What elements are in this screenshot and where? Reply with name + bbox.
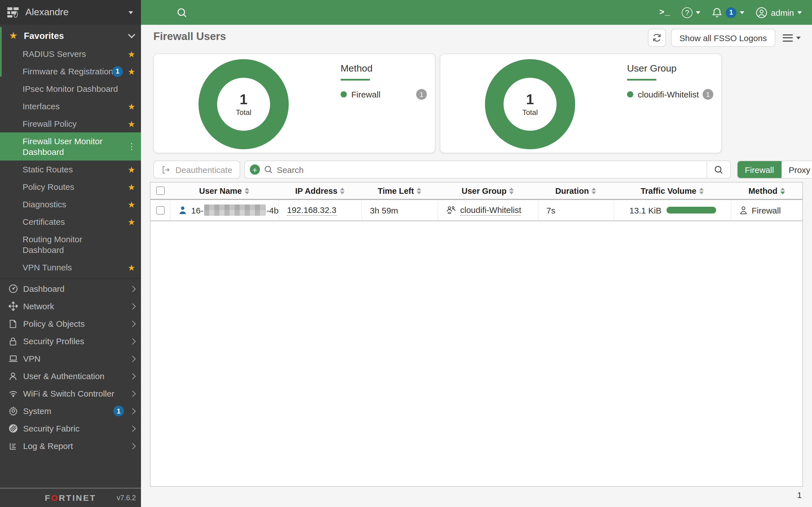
item-label: Firmware & Registration: [22, 66, 113, 76]
method-user-icon: [739, 206, 748, 215]
column-header-time-left[interactable]: Time Left: [361, 186, 438, 195]
user-group-link[interactable]: cloudifi-Whitelist: [460, 205, 521, 216]
sidebar-item-firewall-policy[interactable]: Firewall Policy ★: [0, 115, 141, 132]
chevron-down-icon: [696, 11, 700, 14]
legend-dot: [627, 91, 633, 98]
user-group-icon: [446, 206, 456, 215]
column-header-duration[interactable]: Duration: [538, 186, 613, 195]
cli-console-icon[interactable]: >_: [659, 8, 670, 17]
sidebar-item-log-report[interactable]: Log & Report: [0, 437, 141, 455]
view-options-menu[interactable]: [783, 34, 801, 41]
legend-item-cloudifi-whitelist[interactable]: cloudifi-Whitelist 1: [627, 89, 713, 100]
tab-proxy[interactable]: Proxy: [781, 161, 812, 178]
sidebar-item-vpn[interactable]: VPN: [0, 350, 141, 367]
chevron-down-icon: [796, 36, 801, 39]
star-icon[interactable]: ★: [128, 216, 135, 227]
star-icon[interactable]: ★: [128, 118, 135, 129]
favorites-header[interactable]: ★ Favorites: [0, 25, 141, 45]
ip-address-link[interactable]: 192.168.32.3: [287, 205, 336, 216]
column-header-user-name[interactable]: User Name: [170, 186, 278, 195]
legend-count-badge: 1: [416, 89, 427, 100]
column-header-traffic-volume[interactable]: Traffic Volume: [613, 186, 731, 195]
search-submit-button[interactable]: [707, 161, 730, 178]
item-label: Certificates: [22, 217, 65, 226]
item-label: Firewall Policy: [22, 119, 77, 128]
star-icon[interactable]: ★: [128, 181, 135, 192]
sidebar-item-certificates[interactable]: Certificates ★: [0, 213, 141, 230]
item-label: Security Fabric: [23, 424, 80, 433]
chevron-right-icon: [130, 390, 136, 397]
user-group-cell: cloudifi-Whitelist: [438, 200, 538, 220]
column-header-ip-address[interactable]: IP Address: [278, 186, 361, 195]
donut-total-label: Total: [236, 108, 252, 116]
tab-firewall[interactable]: Firewall: [738, 161, 781, 178]
button-label: Deauthenticate: [175, 165, 232, 174]
search-icon: [264, 165, 273, 174]
sidebar-item-wifi-switch-controller[interactable]: WiFi & Switch Controller: [0, 385, 141, 402]
sidebar-item-routing-monitor-dashboard[interactable]: Routing Monitor Dashboard: [0, 230, 141, 259]
sidebar-item-diagnostics[interactable]: Diagnostics ★: [0, 195, 141, 213]
collapse-sidebar-icon[interactable]: [152, 8, 163, 16]
firewall-proxy-toggle: Firewall Proxy: [737, 161, 812, 179]
user-group-summary-card: 1 Total User Group cloudifi-Whitelist 1: [440, 54, 722, 153]
row-checkbox-cell: [151, 200, 170, 220]
sort-icon: [699, 187, 704, 194]
sidebar-item-policy-routes[interactable]: Policy Routes ★: [0, 178, 141, 195]
gear-icon: [8, 406, 18, 416]
sidebar-item-ipsec-monitor-dashboard[interactable]: IPsec Monitor Dashboard: [0, 80, 141, 98]
device-selector[interactable]: Alexandre: [0, 0, 141, 25]
deauthenticate-button[interactable]: Deauthenticate: [153, 161, 240, 179]
column-header-method[interactable]: Method: [731, 186, 802, 195]
sidebar-item-static-routes[interactable]: Static Routes ★: [0, 161, 141, 178]
item-label: Policy Routes: [22, 182, 74, 191]
sidebar-item-vpn-tunnels[interactable]: VPN Tunnels ★: [0, 259, 141, 276]
sidebar-item-system[interactable]: System 1: [0, 402, 141, 420]
fortinet-logo: FORTINET: [45, 493, 96, 503]
add-filter-icon[interactable]: +: [250, 165, 260, 175]
sidebar-item-security-profiles[interactable]: Security Profiles: [0, 332, 141, 350]
sidebar-item-user-authentication[interactable]: User & Authentication: [0, 367, 141, 385]
sidebar-item-policy-objects[interactable]: Policy & Objects: [0, 315, 141, 332]
global-search-icon[interactable]: [176, 7, 187, 18]
sidebar-item-dashboard[interactable]: Dashboard: [0, 280, 141, 297]
sort-icon: [417, 187, 421, 194]
legend-underline: [341, 79, 370, 80]
table-row[interactable]: 16--4b 192.168.32.3 3h 59m cloudif: [151, 200, 802, 221]
select-all-checkbox[interactable]: [156, 186, 164, 195]
sidebar-item-firewall-user-monitor-dashboard[interactable]: Firewall User Monitor Dashboard ⋮: [0, 132, 141, 161]
notifications-menu[interactable]: 1: [712, 7, 744, 18]
deauthenticate-icon: [161, 165, 171, 174]
star-icon[interactable]: ★: [128, 48, 135, 59]
notification-badge: 1: [726, 7, 737, 18]
star-icon[interactable]: ★: [128, 101, 135, 112]
column-header-user-group[interactable]: User Group: [438, 186, 538, 195]
search-input[interactable]: [277, 165, 707, 174]
count-badge: 1: [113, 406, 124, 416]
sidebar-item-firmware-registration[interactable]: Firmware & Registration 1 ★: [0, 62, 141, 80]
sidebar-item-network[interactable]: Network: [0, 297, 141, 315]
topbar: >_ ? 1 admin: [141, 0, 812, 25]
star-icon[interactable]: ★: [128, 262, 135, 273]
sidebar-item-radius-servers[interactable]: RADIUS Servers ★: [0, 45, 141, 62]
help-menu[interactable]: ?: [682, 7, 700, 18]
item-label: Dashboard: [23, 284, 64, 293]
kebab-menu-icon[interactable]: ⋮: [128, 143, 136, 151]
sidebar-item-interfaces[interactable]: Interfaces ★: [0, 98, 141, 115]
row-checkbox[interactable]: [156, 206, 164, 214]
sidebar-item-security-fabric[interactable]: Security Fabric: [0, 420, 141, 437]
traffic-volume-bar: [666, 207, 716, 214]
star-icon[interactable]: ★: [128, 164, 135, 175]
chevron-right-icon: [130, 355, 136, 362]
sort-icon: [592, 187, 596, 194]
item-label: IPsec Monitor Dashboard: [22, 84, 118, 94]
legend-item-firewall[interactable]: Firewall 1: [341, 89, 427, 100]
page-title: Firewall Users: [153, 31, 226, 43]
donut-total-label: Total: [522, 108, 538, 116]
refresh-button[interactable]: [648, 29, 666, 47]
star-icon[interactable]: ★: [128, 199, 135, 210]
star-icon[interactable]: ★: [128, 66, 135, 76]
chevron-right-icon: [130, 321, 136, 327]
show-fsso-logons-button[interactable]: Show all FSSO Logons: [671, 29, 775, 47]
admin-menu[interactable]: admin: [756, 6, 802, 18]
item-label: VPN Tunnels: [22, 263, 72, 272]
